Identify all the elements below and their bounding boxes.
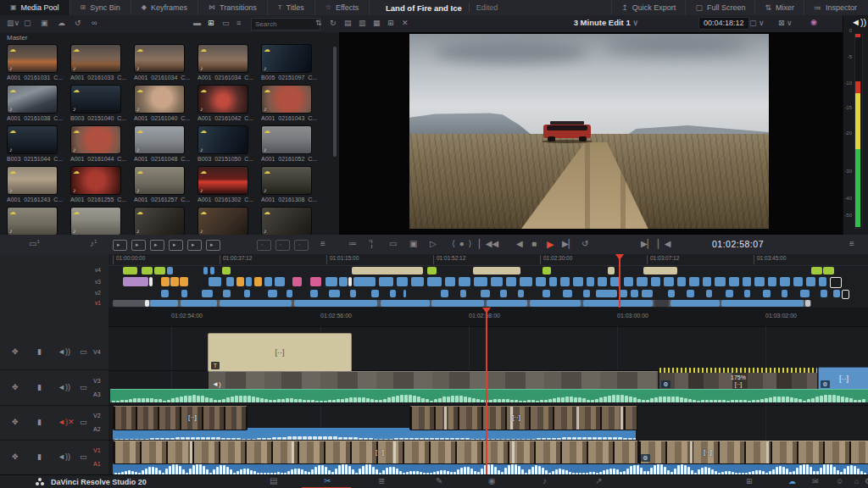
overview-clip[interactable] (583, 290, 590, 297)
video-clip-v3-blue[interactable]: [··] ⚙ (818, 367, 868, 391)
stop-button[interactable]: ■ (531, 239, 537, 248)
overview-clip[interactable] (326, 277, 337, 286)
track-enable-icon[interactable]: ▭ (80, 383, 87, 391)
overview-clip[interactable] (664, 277, 674, 286)
filmstrip-view-icon[interactable]: ▬ (193, 19, 201, 27)
overview-clip[interactable] (246, 277, 252, 286)
overview-clip[interactable] (542, 290, 550, 297)
overview-clip[interactable] (806, 277, 815, 286)
page-color[interactable]: ◉ (488, 476, 496, 485)
media-clip[interactable]: ☁♪A001_02161034_C... (134, 44, 195, 80)
track-mute-icon[interactable]: ◄)) (58, 383, 70, 391)
project-manager-icon[interactable]: ⊞ (746, 477, 753, 485)
overview-clip[interactable] (222, 267, 231, 274)
lock-track-icon[interactable]: ▮ (37, 418, 42, 426)
overview-clip[interactable] (226, 277, 234, 286)
timeline-playhead[interactable] (486, 311, 487, 474)
overview-clip[interactable] (642, 290, 653, 297)
page-fairlight[interactable]: ♪ (542, 476, 547, 485)
overview-ruler[interactable]: 01:00:00:0001:00:37:1201:01:15:0001:01:5… (108, 254, 868, 266)
overview-clip[interactable] (154, 267, 165, 274)
overview-clip[interactable] (520, 277, 532, 286)
overview-clip[interactable] (209, 277, 221, 286)
track-mute-icon[interactable]: ◄)) (58, 452, 70, 461)
page-cut[interactable]: ✂ (324, 476, 331, 485)
go-to-start-button[interactable]: ▏◀◀ (479, 239, 498, 248)
overview-clip[interactable] (223, 290, 231, 297)
collaboration-icon[interactable]: ☺ (836, 477, 843, 485)
overview-clip[interactable] (381, 300, 430, 307)
camera-lock-icon[interactable]: ⊠ ∨ (778, 19, 793, 27)
media-clip[interactable]: ☁♪A001_02161302_C... (198, 166, 259, 202)
cloud-icon[interactable]: ☁ (788, 477, 796, 485)
media-clip[interactable]: ☁♪A001_02161042_C... (198, 85, 259, 121)
video-clip-v1[interactable]: [··] (113, 441, 638, 464)
overview-clip[interactable] (180, 277, 188, 286)
append-button[interactable]: ▸ (131, 240, 146, 251)
resync-icon[interactable]: ↺ (75, 19, 81, 27)
overview-clip[interactable] (275, 277, 285, 286)
lock-track-icon[interactable]: ▮ (37, 347, 42, 356)
action-inspector[interactable]: ≔Inspector (804, 0, 866, 15)
overview-clip[interactable] (145, 300, 149, 307)
overview-clip[interactable] (598, 277, 607, 286)
overview-clip[interactable] (506, 277, 516, 286)
jog-control[interactable]: ⟨ ● ⟩ (452, 239, 472, 248)
overview-clip[interactable] (620, 290, 627, 297)
overview-clip[interactable] (474, 277, 487, 286)
gear-icon[interactable]: ⚙ (661, 380, 670, 388)
overview-clip[interactable] (670, 300, 720, 307)
media-clip[interactable]: ☁♪ (261, 207, 322, 235)
smooth-cut-button[interactable]: ◦ (275, 240, 290, 251)
overview-clip[interactable] (210, 267, 214, 274)
home-icon[interactable]: ⌂ (854, 477, 859, 485)
stills-1-icon[interactable]: ▤ (344, 19, 352, 27)
overview-clip[interactable] (689, 277, 699, 286)
overview-clip[interactable] (715, 277, 726, 286)
overview-clip[interactable] (743, 277, 751, 286)
overview-clip[interactable] (726, 290, 733, 297)
overview-clip[interactable] (167, 267, 173, 274)
action-mixer[interactable]: ⇅Mixer (754, 0, 804, 15)
overview-clip[interactable] (294, 300, 377, 307)
overview-clip[interactable] (268, 290, 277, 297)
tools-icon[interactable]: ▣ (409, 239, 417, 248)
media-clip[interactable]: ☁♪A001_02161038_C... (7, 85, 68, 121)
media-clip[interactable]: ☁♪ (198, 207, 259, 235)
overview-clip[interactable] (833, 290, 840, 297)
overview-clip[interactable] (427, 277, 442, 286)
overview-clip[interactable] (518, 290, 524, 297)
track-mute-icon[interactable]: ◄)✕ (58, 418, 74, 426)
track-mute-icon[interactable]: ◄)) (58, 347, 70, 356)
media-clip[interactable]: ☁♪A001_02161044_C... (70, 125, 131, 162)
overview-clip[interactable] (353, 277, 376, 286)
overview-clip[interactable] (754, 277, 765, 286)
track-enable-icon[interactable]: ▭ (80, 418, 87, 426)
audio-clip-a1[interactable] (113, 463, 868, 474)
media-clip[interactable]: ☁♪A001_02161033_C... (70, 44, 131, 80)
monitor-icon[interactable]: ▢ ∨ (749, 19, 765, 27)
relink-icon[interactable]: ∞ (92, 19, 97, 27)
color-palette-icon[interactable]: ◉ (810, 19, 817, 26)
media-clip[interactable]: ☁♪A001_02161040_C... (134, 85, 195, 121)
overview-clip[interactable] (530, 300, 581, 307)
overview-clip[interactable] (329, 290, 340, 297)
media-clip[interactable]: ☁♪A001_02161243_C... (7, 166, 68, 202)
transition-button[interactable]: ◦ (257, 240, 271, 251)
track-enable-icon[interactable]: ▭ (80, 452, 87, 461)
overview-clip[interactable] (800, 290, 810, 297)
action-full-screen[interactable]: ▢Full Screen (685, 0, 754, 15)
overview-clip[interactable] (441, 290, 448, 297)
overview-clip[interactable] (830, 277, 842, 288)
overview-clip[interactable] (500, 290, 507, 297)
overview-clip[interactable] (459, 277, 470, 286)
settings-icon[interactable]: ⚙ (865, 477, 868, 485)
overview-clip[interactable] (560, 277, 570, 286)
overview-clip[interactable] (310, 277, 321, 286)
overview-clip[interactable] (379, 277, 393, 286)
video-clip-v2[interactable]: [··] ⚙ (113, 406, 248, 430)
overview-clip[interactable] (170, 277, 179, 286)
dissolve-button[interactable]: ◦ (294, 240, 309, 251)
timeline-options-icon[interactable]: ≡ (320, 239, 326, 248)
video-clip-v2[interactable]: [··] (409, 406, 637, 430)
